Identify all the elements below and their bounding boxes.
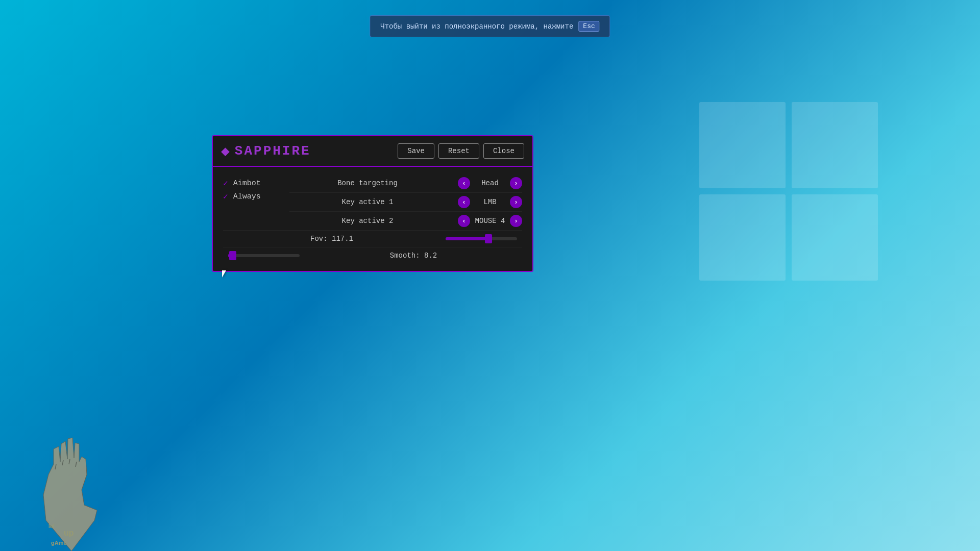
key-active-1-control: ‹ LMB ›: [446, 196, 522, 208]
key-active-2-row: Key active 2 ‹ MOUSE 4 ›: [289, 212, 522, 230]
key-active-1-prev[interactable]: ‹: [458, 196, 470, 208]
esc-badge: Esc: [578, 21, 599, 32]
fullscreen-notice-text: Чтобы выйти из полноэкранного режима, на…: [380, 22, 573, 31]
settings-section: Bone targeting ‹ Head › Key active 1 ‹ L…: [289, 174, 522, 230]
fov-slider-thumb[interactable]: [485, 234, 492, 243]
always-label[interactable]: Always: [233, 192, 261, 201]
close-button[interactable]: Close: [483, 143, 524, 159]
bone-targeting-control: ‹ Head ›: [446, 177, 522, 189]
panel-header: ◆ SAPPHIRE Save Reset Close: [213, 136, 532, 167]
cheat-panel: ◆ SAPPHIRE Save Reset Close ✓ Aimbot: [212, 135, 533, 272]
fov-slider-track[interactable]: [446, 237, 517, 240]
key-active-2-control: ‹ MOUSE 4 ›: [446, 215, 522, 227]
key-active-1-label: Key active 1: [289, 198, 446, 206]
save-button[interactable]: Save: [398, 143, 434, 159]
content-area: ✓ Aimbot ✓ Always Bone targeting ‹: [223, 174, 522, 230]
bone-targeting-row: Bone targeting ‹ Head ›: [289, 174, 522, 193]
always-checkbox-row: ✓ Always: [223, 191, 284, 202]
bone-targeting-next[interactable]: ›: [510, 177, 522, 189]
fov-label: Fov: 117.1: [223, 235, 440, 243]
smooth-label: Smooth: 8.2: [305, 252, 522, 260]
corner-watermark: lol up gAme: [31, 418, 112, 551]
smooth-slider-track-container: [223, 254, 305, 257]
smooth-slider-thumb[interactable]: [229, 251, 236, 260]
always-checkmark: ✓: [223, 191, 228, 202]
svg-text:gAme: gAme: [51, 540, 67, 546]
key-active-1-next[interactable]: ›: [510, 196, 522, 208]
fov-slider-row: Fov: 117.1: [223, 230, 522, 247]
svg-text:lol: lol: [48, 523, 55, 529]
mouse-cursor: [222, 270, 228, 278]
bone-targeting-prev[interactable]: ‹: [458, 177, 470, 189]
diamond-icon: ◆: [221, 142, 230, 160]
header-buttons: Save Reset Close: [398, 143, 524, 159]
key-active-2-prev[interactable]: ‹: [458, 215, 470, 227]
key-active-1-row: Key active 1 ‹ LMB ›: [289, 193, 522, 212]
smooth-slider-track[interactable]: [228, 254, 300, 257]
key-active-2-value: MOUSE 4: [472, 217, 508, 225]
reset-button[interactable]: Reset: [438, 143, 479, 159]
windows-logo-watermark: [699, 102, 878, 281]
bone-targeting-label: Bone targeting: [289, 179, 446, 187]
checkboxes-section: ✓ Aimbot ✓ Always: [223, 174, 289, 230]
logo-area: ◆ SAPPHIRE: [221, 142, 311, 160]
svg-text:up: up: [64, 529, 74, 537]
key-active-2-label: Key active 2: [289, 217, 446, 225]
aimbot-checkbox-row: ✓ Aimbot: [223, 178, 284, 188]
hand-logo-svg: lol up gAme: [36, 429, 107, 551]
panel-body: ✓ Aimbot ✓ Always Bone targeting ‹: [213, 167, 532, 271]
smooth-slider-row: Smooth: 8.2: [223, 247, 522, 264]
desktop: Чтобы выйти из полноэкранного режима, на…: [0, 0, 980, 551]
key-active-2-next[interactable]: ›: [510, 215, 522, 227]
key-active-1-value: LMB: [472, 198, 508, 206]
fov-slider-track-container: [440, 237, 522, 240]
app-title: SAPPHIRE: [235, 143, 311, 159]
bone-targeting-value: Head: [472, 179, 508, 187]
aimbot-label[interactable]: Aimbot: [233, 179, 261, 188]
fov-slider-fill: [446, 237, 488, 240]
aimbot-checkmark: ✓: [223, 178, 228, 188]
fullscreen-notice: Чтобы выйти из полноэкранного режима, на…: [370, 15, 610, 37]
